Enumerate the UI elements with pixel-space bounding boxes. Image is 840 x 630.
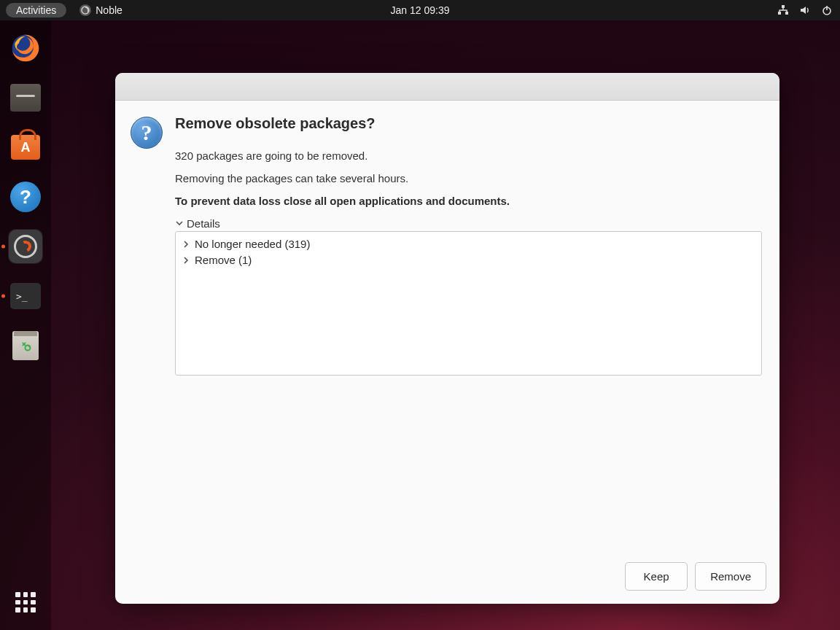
trash-icon xyxy=(12,331,39,360)
show-applications-icon xyxy=(15,592,36,612)
terminal-icon: >_ xyxy=(10,283,41,309)
remove-button[interactable]: Remove xyxy=(695,562,766,591)
dialog-titlebar[interactable] xyxy=(115,73,779,101)
details-toggle[interactable]: Details xyxy=(175,217,762,230)
dialog-footer: Keep Remove xyxy=(115,552,779,604)
help-icon: ? xyxy=(10,182,41,212)
details-tree[interactable]: No longer needed (319) Remove (1) xyxy=(175,231,762,376)
chevron-down-icon xyxy=(175,217,184,230)
dock-trash[interactable] xyxy=(8,328,43,363)
dialog-warning: To prevent data loss close all open appl… xyxy=(175,195,762,207)
dock-firefox[interactable] xyxy=(8,31,43,66)
app-menu-icon xyxy=(79,4,91,16)
top-bar: Activities Noble Jan 12 09:39 xyxy=(0,0,840,20)
svg-rect-3 xyxy=(785,12,788,15)
activities-button[interactable]: Activities xyxy=(6,3,66,18)
chevron-right-icon xyxy=(182,257,190,264)
dialog-line-duration: Removing the packages can take several h… xyxy=(175,172,762,184)
svg-rect-1 xyxy=(782,5,785,8)
dock: ? >_ xyxy=(0,20,51,630)
show-applications-button[interactable] xyxy=(8,585,43,620)
chevron-right-icon xyxy=(182,241,190,248)
power-icon[interactable] xyxy=(821,4,833,16)
tree-row-label: No longer needed (319) xyxy=(195,236,310,252)
details-label: Details xyxy=(187,217,220,230)
software-store-icon xyxy=(11,135,40,160)
clock[interactable]: Jan 12 09:39 xyxy=(391,4,450,16)
dock-files[interactable] xyxy=(8,80,43,115)
dialog-window: ? Remove obsolete packages? 320 packages… xyxy=(115,73,779,604)
dock-help[interactable]: ? xyxy=(8,179,43,214)
tree-row-no-longer-needed[interactable]: No longer needed (319) xyxy=(182,236,755,252)
software-updater-icon xyxy=(9,230,42,263)
dialog-heading: Remove obsolete packages? xyxy=(175,115,762,132)
app-menu[interactable]: Noble xyxy=(79,4,122,16)
system-tray[interactable] xyxy=(777,4,833,16)
volume-icon[interactable] xyxy=(799,4,811,16)
dialog-line-count: 320 packages are going to be removed. xyxy=(175,149,762,162)
dock-software-store[interactable] xyxy=(8,130,43,165)
tree-row-label: Remove (1) xyxy=(195,252,252,268)
tree-row-remove[interactable]: Remove (1) xyxy=(182,252,755,268)
keep-button[interactable]: Keep xyxy=(625,562,688,591)
firefox-icon xyxy=(9,32,42,64)
app-menu-label: Noble xyxy=(96,4,122,16)
question-icon: ? xyxy=(131,117,163,149)
dock-software-updater[interactable] xyxy=(8,229,43,264)
network-icon[interactable] xyxy=(777,4,789,16)
files-icon xyxy=(10,84,41,112)
svg-rect-2 xyxy=(778,12,781,15)
dock-terminal[interactable]: >_ xyxy=(8,279,43,314)
